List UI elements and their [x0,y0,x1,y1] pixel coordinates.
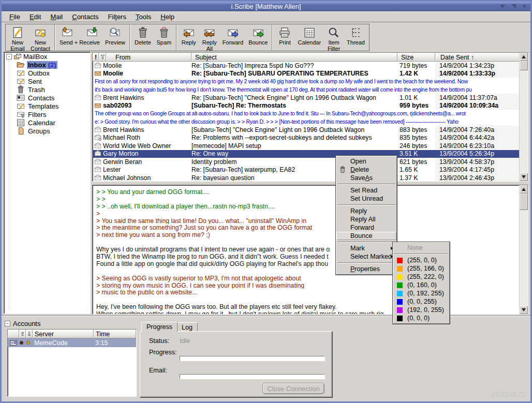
preview-button[interactable]: Preview [102,25,128,50]
menu-tools[interactable]: Tools [131,12,156,22]
print-button[interactable]: Print [274,25,295,50]
scroll-down-button[interactable] [520,173,528,181]
context-menu-item-open[interactable]: Open [336,157,396,166]
maximize-icon[interactable] [511,4,516,9]
mail-row[interactable]: LesterRe: [Subaru-Tech] waterpump, EA821… [93,166,519,174]
size-column-header[interactable]: Size [397,53,435,62]
menu-edit[interactable]: Edit [25,12,46,22]
env-unread-icon [94,102,101,109]
scroll-up-button[interactable] [520,53,528,61]
mail-snippet-row[interactable]: The other group was on Google Groups at … [93,110,519,126]
sidebar-item-sent[interactable]: Sent [4,77,90,85]
color-menu-item--255-166-0-[interactable]: (255, 166, 0) [393,264,449,273]
account-row[interactable]: MemeCode3:15 [8,338,136,347]
delete-button[interactable]: Delete [132,25,154,50]
context-menu-item-set-unread[interactable]: Set Unread [336,195,396,203]
mail-row[interactable]: Michael JohnsonRe: bayesian question1.37… [93,174,519,181]
mail-row[interactable]: Gary MortonRe: One way3.51 K13/9/2004 5:… [93,150,519,158]
tab-progress[interactable]: Progress [141,322,178,332]
color-menu-item--0-192-255-[interactable]: (0, 192, 255) [393,289,449,297]
mail-row[interactable]: Brent HawkinsRe: [Subaru-Tech] "Check En… [93,94,519,102]
scroll-thumb[interactable] [520,193,528,210]
preview-scrollbar[interactable] [519,185,528,314]
time-column-header[interactable]: Time [94,330,136,338]
spam-button[interactable]: Spam [154,25,174,50]
subject-column-header[interactable]: Subject [191,53,397,62]
scroll-down-button[interactable] [520,306,528,314]
menu-contacts[interactable]: Contacts [67,12,103,22]
priority-column-header[interactable]: ! [93,53,99,62]
flag-column-header[interactable] [99,53,106,62]
context-menu-item-bounce[interactable]: Bounce [336,232,396,240]
sidebar-item-inbox[interactable]: Inbox(2) [4,61,90,69]
context-menu-item-reply-all[interactable]: Reply All [336,215,396,223]
context-menu-item-mark[interactable]: Mark [336,244,396,252]
tree-expander-icon[interactable]: - [6,54,12,59]
mail-row[interactable]: Michael RothRe: Problems with --export-s… [93,134,519,142]
minimize-icon[interactable] [500,5,505,8]
color-menu-item--0-0-255-[interactable]: (0, 0, 255) [393,297,449,306]
tree-root-mailbox[interactable]: -MailBox [4,52,90,61]
sidebar-item-trash[interactable]: Trash [4,85,90,94]
tab-log[interactable]: Log [176,322,198,332]
menu-filters[interactable]: Filters [104,12,131,22]
context-menu-item-select-marked[interactable]: Select Marked [336,252,396,261]
mail-row[interactable]: MoolieRe: [Subaru-Tech] Impreza 5spd No … [93,62,519,70]
toolbar-group: New EmailNew Contact [6,24,54,51]
mail-snippet-row[interactable]: First on all sorry for not responding to… [93,78,519,94]
close-connection-button[interactable]: Close Connection [262,383,324,394]
color-menu-item-none[interactable]: None [393,244,449,252]
color-menu-item--255-0-0-[interactable]: (255, 0, 0) [393,256,449,264]
mail-row[interactable]: sab02093[Subaru-Tech] Re: Thermostats959… [93,102,519,110]
item-filter-button[interactable]: Item Filter [323,25,344,50]
env-read-icon [94,126,101,133]
reply-button[interactable]: Reply [179,25,199,50]
bounce-button[interactable]: Bounce [246,25,270,50]
color-menu-item--0-160-0-[interactable]: (0, 160, 0) [393,281,449,289]
mail-row[interactable]: World Wide Web Owner[memecode] MAPI setu… [93,142,519,150]
account-icon-column-header[interactable] [8,330,19,338]
thread-button[interactable]: Thread [344,25,367,50]
context-menu-item-set-read[interactable]: Set Read [336,186,396,195]
close-icon[interactable]: × [522,4,526,9]
sidebar-item-calendar[interactable]: Calendar [4,118,90,127]
context-menu-item-save-as[interactable]: Save As [336,174,396,182]
mailbox-icon [13,52,22,61]
from-column-header[interactable]: From [106,53,191,62]
scroll-thumb[interactable] [520,61,528,70]
context-menu-item-delete[interactable]: Delete [336,166,396,174]
sidebar-item-outbox[interactable]: Outbox [4,69,90,77]
color-menu-item--192-0-255-[interactable]: (192, 0, 255) [393,306,449,314]
context-menu-item-forward[interactable]: Forward [336,223,396,232]
date-column-header[interactable]: Date Sent ↑ [435,53,520,62]
server-column-header[interactable]: Server [33,330,94,338]
mail-row[interactable]: Brent Hawkins[Subaru-Tech] "Check Engine… [93,126,519,134]
calendar-button[interactable]: Calendar [295,25,323,50]
mail-date: 13/9/2004 4:17:45p [435,166,519,174]
sidebar-item-templates[interactable]: Templates [4,102,90,110]
send-receive-button[interactable]: Send + Receive [57,25,102,50]
sidebar-item-contacts[interactable]: Contacts [4,94,90,102]
menu-help[interactable]: Help [156,12,179,22]
mail-row[interactable]: Gerwin BeranIdentity problem621 bytes13/… [93,158,519,166]
sidebar-item-filters[interactable]: Filters [4,110,90,118]
send-column-header[interactable]: ⇧ [19,330,26,338]
forward-button[interactable]: Forward [220,25,246,50]
menu-mail[interactable]: Mail [46,12,67,22]
color-menu-item--255-222-0-[interactable]: (255, 222, 0) [393,273,449,281]
new-email-button[interactable]: New Email [7,25,28,50]
new-contact-button[interactable]: New Contact [28,25,53,50]
accounts-collapse-icon[interactable]: − [5,321,10,326]
mail-row[interactable]: MoolieRe: [Subaru-Tech] SUBARU OPERATING… [93,70,519,78]
reply-all-button[interactable]: Reply All [199,25,220,50]
receive-column-header[interactable]: ⇩ [26,330,33,338]
color-menu-item--0-0-0-[interactable]: (0, 0, 0) [393,314,449,322]
context-menu-item-reply[interactable]: Reply [336,207,396,215]
context-menu-item-properties[interactable]: Properties [336,265,396,273]
sidebar-item-groups[interactable]: Groups [4,127,90,135]
mail-from: Michael Johnson [103,174,191,181]
mail-list-scrollbar[interactable] [519,53,528,181]
message-line: > storing my own music in OGG. I can see… [96,282,518,289]
scroll-up-button[interactable] [520,185,528,193]
menu-file[interactable]: File [5,12,25,22]
